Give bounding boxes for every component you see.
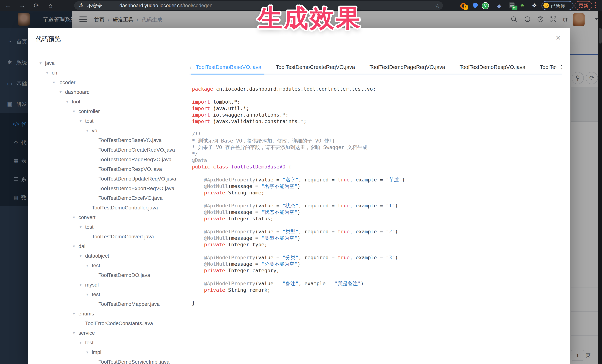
- tree-node-file[interactable]: ToolTestDemoExcelVO.java: [35, 193, 190, 203]
- back-icon[interactable]: ←: [2, 0, 14, 11]
- tab-ToolTestDemoBaseVO.java[interactable]: ToolTestDemoBaseVO.java: [196, 64, 261, 70]
- code-token: private: [204, 268, 225, 273]
- caret-down-icon[interactable]: ▾: [86, 128, 92, 133]
- tree-node-folder[interactable]: ▾dal: [35, 241, 190, 251]
- code-line: @ApiModelProperty(value = "备注", example …: [192, 280, 559, 287]
- code-token: , example =: [350, 229, 386, 234]
- code-token: ): [297, 209, 300, 215]
- forward-icon[interactable]: →: [16, 0, 28, 11]
- code-token: "类型": [282, 229, 299, 234]
- tree-node-file[interactable]: ToolTestDemoExportReqVO.java: [35, 184, 190, 193]
- tree-node-folder[interactable]: ▾iocoder: [35, 78, 190, 87]
- code-token: "状态": [282, 203, 299, 208]
- code-token: (message =: [228, 183, 261, 189]
- code-token: }: [192, 300, 195, 306]
- caret-down-icon[interactable]: ▾: [60, 90, 65, 94]
- tree-node-folder[interactable]: ▾dashboard: [35, 87, 190, 97]
- caret-down-icon[interactable]: ▾: [73, 311, 78, 316]
- code-token: Integer category;: [225, 268, 280, 273]
- code-token: class: [213, 164, 228, 170]
- tree-node-label: ToolTestDemoCreateReqVO.java: [98, 147, 175, 153]
- caret-down-icon[interactable]: ▾: [46, 70, 52, 75]
- code-token: @NotNull: [204, 235, 228, 241]
- caret-down-icon[interactable]: ▾: [86, 292, 92, 297]
- caret-down-icon[interactable]: ▾: [73, 244, 78, 249]
- caret-down-icon[interactable]: ▾: [73, 331, 78, 335]
- bookmark-star-icon[interactable]: ☆: [435, 2, 440, 9]
- tree-node-folder[interactable]: ▾test: [35, 338, 190, 347]
- code-token: java.util.*;: [210, 105, 249, 111]
- tree-node-folder[interactable]: ▾test: [35, 290, 190, 299]
- tree-node-folder[interactable]: ▾mysql: [35, 280, 190, 290]
- tree-node-label: ToolTestDemoPageReqVO.java: [98, 156, 172, 163]
- tree-node-label: test: [85, 224, 94, 230]
- tree-node-file[interactable]: ToolTestDemoBaseVO.java: [35, 135, 190, 145]
- tree-node-label: vo: [92, 128, 97, 134]
- tab-ToolTestDemoRespVO.java[interactable]: ToolTestDemoRespVO.java: [460, 64, 525, 70]
- menu-dots-icon[interactable]: [595, 2, 596, 9]
- tree-node-folder[interactable]: ▾cn: [35, 68, 190, 78]
- caret-down-icon[interactable]: ▾: [80, 119, 85, 124]
- tabs-prev-icon[interactable]: ‹: [190, 64, 196, 71]
- tree-node-label: ToolTestDemoExcelVO.java: [98, 195, 162, 201]
- code-token: , example =: [350, 255, 386, 260]
- divider: [115, 3, 115, 8]
- tab-ToolTestDemoPageReqVO.java[interactable]: ToolTestDemoPageReqVO.java: [369, 64, 445, 70]
- tabs-next-icon[interactable]: ›: [555, 63, 561, 70]
- caret-down-icon[interactable]: ▾: [80, 254, 85, 258]
- tree-node-file[interactable]: ToolTestDemoUpdateReqVO.java: [35, 174, 190, 184]
- tree-node-label: ToolTestDemoDO.java: [98, 272, 150, 278]
- security-label[interactable]: 不安全: [87, 3, 102, 9]
- tree-node-folder[interactable]: ▾test: [35, 116, 190, 126]
- tree-node-file[interactable]: ToolTestDemoServiceImpl.java: [35, 357, 190, 364]
- code-token: import: [192, 105, 210, 111]
- code-line: /**: [192, 131, 559, 137]
- tree-node-folder[interactable]: ▾vo: [35, 126, 190, 135]
- code-token: "名字不能为空": [261, 183, 298, 189]
- caret-down-icon[interactable]: ▾: [86, 263, 92, 268]
- code-token: "分类不能为空": [261, 261, 298, 267]
- code-token: (value =: [255, 203, 282, 208]
- caret-down-icon[interactable]: ▾: [40, 61, 45, 66]
- tree-node-file[interactable]: ToolTestDemoPageReqVO.java: [35, 155, 190, 164]
- tree-node-folder[interactable]: ▾impl: [35, 347, 190, 357]
- caret-down-icon[interactable]: ▾: [73, 109, 78, 114]
- code-token: @ApiModelProperty: [204, 203, 255, 208]
- tree-node-label: ToolErrorCodeConstants.java: [85, 321, 153, 326]
- caret-down-icon[interactable]: ▾: [80, 340, 85, 345]
- tree-node-folder[interactable]: ▾test: [35, 261, 190, 270]
- url-text[interactable]: dashboard.yudao.iocoder.cn/tool/codegen: [119, 3, 212, 9]
- tree-node-file[interactable]: ToolTestDemoConvert.java: [35, 232, 190, 241]
- tree-node-folder[interactable]: ▾tool: [35, 97, 190, 107]
- tree-node-label: impl: [92, 349, 101, 355]
- home-icon[interactable]: ⌂: [44, 0, 56, 11]
- code-token: "我是备注": [334, 281, 361, 286]
- code-token: [192, 268, 204, 273]
- tree-node-file[interactable]: ToolTestDemoController.java: [35, 203, 190, 213]
- tree-node-file[interactable]: ToolTestDemoDO.java: [35, 270, 190, 280]
- tree-node-folder[interactable]: ▾controller: [35, 107, 190, 116]
- tree-node-folder[interactable]: ▾java: [35, 58, 190, 68]
- tree-node-file[interactable]: ToolErrorCodeConstants.java: [35, 319, 190, 328]
- caret-down-icon[interactable]: ▾: [86, 350, 92, 355]
- tree-node-file[interactable]: ToolTestDemoRespVO.java: [35, 164, 190, 174]
- caret-down-icon[interactable]: ▾: [53, 80, 58, 85]
- paused-extension-button[interactable]: 已暂停: [542, 1, 573, 10]
- tree-node-folder[interactable]: ▾convert: [35, 213, 190, 222]
- close-icon[interactable]: ×: [556, 33, 561, 42]
- tree-node-folder[interactable]: ▾dataobject: [35, 251, 190, 261]
- tree-node-file[interactable]: ToolTestDemoMapper.java: [35, 299, 190, 309]
- update-button[interactable]: 更新: [575, 1, 592, 10]
- tab-ToolTestDemoCreateReqVO.java[interactable]: ToolTestDemoCreateReqVO.java: [276, 64, 355, 70]
- caret-down-icon[interactable]: ▾: [80, 225, 85, 229]
- tree-node-folder[interactable]: ▾enums: [35, 309, 190, 319]
- reload-icon[interactable]: ⟳: [30, 0, 42, 11]
- caret-down-icon[interactable]: ▾: [73, 215, 78, 220]
- code-line: import java.util.*;: [192, 105, 559, 112]
- tree-node-folder[interactable]: ▾test: [35, 222, 190, 232]
- tree-node-file[interactable]: ToolTestDemoCreateReqVO.java: [35, 145, 190, 155]
- code-line: private String remark;: [192, 287, 559, 293]
- caret-down-icon[interactable]: ▾: [80, 282, 85, 287]
- tree-node-folder[interactable]: ▾service: [35, 328, 190, 338]
- caret-down-icon[interactable]: ▾: [66, 99, 72, 104]
